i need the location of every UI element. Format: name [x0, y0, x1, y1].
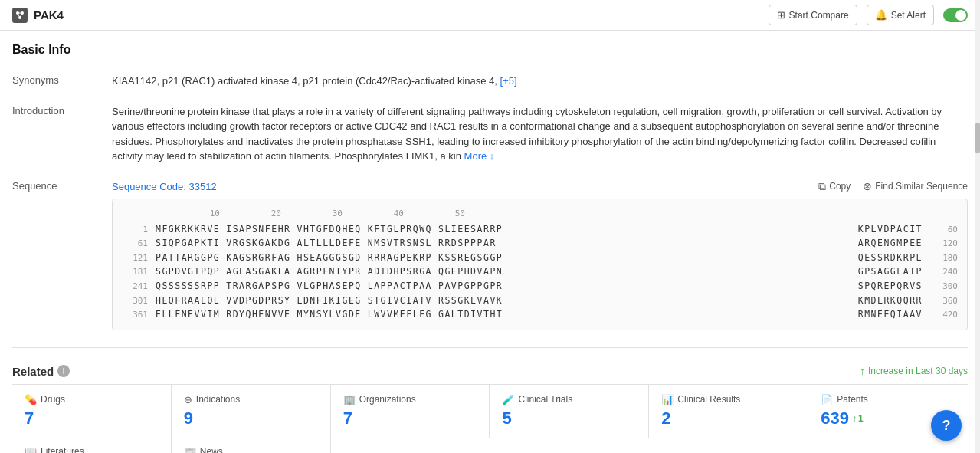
start-compare-label: Start Compare [789, 10, 849, 21]
section-divider [12, 347, 968, 348]
main-content: Basic Info Synonyms KIAA1142, p21 (RAC1)… [0, 31, 980, 453]
page-scrollbar[interactable] [975, 0, 980, 453]
stat-count: 7 [25, 409, 159, 428]
stat-label-text: Organizations [359, 394, 416, 405]
header: PAK4 ⊞ Start Compare 🔔 Set Alert [0, 0, 980, 31]
copy-button[interactable]: ⧉ Copy [818, 180, 851, 193]
stat-item[interactable]: 🏢Organizations7 [331, 385, 490, 438]
introduction-text: Serine/threonine protein kinase that pla… [112, 106, 942, 162]
stat-label-text: Clinical Results [677, 394, 740, 405]
stat-label: 🧪Clinical Trials [502, 394, 636, 405]
stat-count: 9 [184, 409, 318, 428]
help-icon: ? [942, 418, 951, 434]
stat-count: 7 [343, 409, 477, 428]
stat-label: 📖Literatures [25, 446, 159, 453]
sequence-label: Sequence [12, 179, 112, 192]
stat-label: 📄Patents [821, 394, 955, 405]
stat-label-text: News [200, 446, 223, 453]
copy-icon: ⧉ [818, 180, 826, 193]
arrow-up-icon: ↑ [860, 365, 865, 377]
sequence-box[interactable]: 10203040501MFGKRKKRVEISAPSNFEHRVHTGFDQHE… [112, 199, 968, 330]
pill-icon: 💊 [25, 394, 37, 405]
info-icon[interactable]: i [57, 365, 70, 377]
stats-grid: 💊Drugs7⊕Indications9🏢Organizations7🧪Clin… [12, 384, 968, 438]
more-link[interactable]: More ↓ [464, 150, 495, 162]
sequence-line: 121PATTARGGPGKAGSRGRFAGHSEAGGGSGDRRRAGPE… [122, 251, 958, 265]
synonyms-label: Synonyms [12, 74, 112, 86]
start-compare-button[interactable]: ⊞ Start Compare [769, 5, 857, 25]
stats-grid-row2: 📖Literatures461📰News2 [12, 438, 968, 453]
introduction-label: Introduction [12, 104, 112, 117]
lit-icon: 📖 [25, 446, 37, 453]
stat-label-text: Indications [196, 394, 240, 405]
stat-increase: ↑ 1 [852, 413, 864, 424]
help-fab-button[interactable]: ? [931, 410, 962, 441]
sequence-line: 241QSSSSSSRPPTRARGAPSPGVLGPHASEPQLAPPACT… [122, 279, 958, 294]
alert-toggle[interactable] [943, 8, 968, 22]
sequence-code: Sequence Code: 33512 [112, 179, 217, 195]
stat-label: 📊Clinical Results [661, 394, 795, 405]
find-similar-label: Find Similar Sequence [875, 181, 968, 192]
set-alert-label: Set Alert [891, 10, 926, 21]
sequence-line: 301HEQFRAALQLVVDPGDPRSYLDNFIKIGEGSTGIVCI… [122, 294, 958, 308]
stat-count: 5 [502, 409, 636, 428]
sequence-actions: ⧉ Copy ⊛ Find Similar Sequence [818, 180, 968, 193]
stat-item-row2[interactable]: 📖Literatures461 [12, 438, 172, 453]
news-icon: 📰 [184, 446, 196, 453]
stat-label: 📰News [184, 446, 318, 453]
up-arrow-icon: ↑ [852, 413, 857, 424]
stat-item[interactable]: 📊Clinical Results2 [649, 385, 808, 438]
stat-label-text: Patents [837, 394, 868, 405]
stat-item[interactable]: 🧪Clinical Trials5 [490, 385, 649, 438]
increase-label: Increase in Last 30 days [868, 366, 968, 376]
introduction-value: Serine/threonine protein kinase that pla… [112, 104, 968, 164]
result-icon: 📊 [661, 394, 674, 405]
set-alert-button[interactable]: 🔔 Set Alert [867, 5, 934, 25]
sequence-line: 361ELLFNEVVIMRDYQHENVVEMYNSYLVGDELWVVMEF… [122, 307, 958, 322]
org-icon: 🏢 [343, 394, 356, 405]
basic-info-title: Basic Info [12, 31, 968, 66]
sequence-header: Sequence Code: 33512 ⧉ Copy ⊛ Find Simil… [112, 179, 968, 195]
stat-count: 2 [661, 409, 795, 428]
stat-item-row2[interactable]: 📰News2 [172, 438, 331, 453]
stat-label-text: Clinical Trials [518, 394, 572, 405]
copy-label: Copy [829, 181, 851, 192]
sequence-line: 181SGPDVGTPQPAGLASGAKLAAGRPFNTYPRADTDHPS… [122, 264, 958, 279]
stat-item[interactable]: 💊Drugs7 [12, 385, 172, 438]
indication-icon: ⊕ [184, 394, 192, 405]
introduction-row: Introduction Serine/threonine protein ki… [12, 97, 968, 172]
scrollbar-thumb[interactable] [975, 123, 980, 153]
synonyms-row: Synonyms KIAA1142, p21 (RAC1) activated … [12, 66, 968, 97]
find-similar-icon: ⊛ [863, 180, 872, 192]
alert-icon: 🔔 [875, 9, 887, 21]
increase-badge: ↑ Increase in Last 30 days [860, 365, 968, 377]
stat-label: ⊕Indications [184, 394, 318, 405]
find-similar-button[interactable]: ⊛ Find Similar Sequence [863, 180, 968, 192]
sequence-value: Sequence Code: 33512 ⧉ Copy ⊛ Find Simil… [112, 179, 968, 330]
patent-icon: 📄 [821, 394, 833, 405]
synonyms-value: KIAA1142, p21 (RAC1) activated kinase 4,… [112, 74, 968, 89]
sequence-line: 61SIQPGAPKTIVRGSKGAKDGALTLLLDEFENMSVTRSN… [122, 236, 958, 251]
header-left: PAK4 [12, 8, 64, 23]
stat-label: 🏢Organizations [343, 394, 477, 405]
app-logo [12, 8, 28, 23]
page-title: PAK4 [34, 8, 64, 21]
stat-item[interactable]: ⊕Indications9 [172, 385, 331, 438]
related-header: Related i ↑ Increase in Last 30 days [12, 357, 968, 384]
compare-icon: ⊞ [777, 9, 785, 21]
synonyms-text: KIAA1142, p21 (RAC1) activated kinase 4,… [112, 75, 497, 87]
related-label: Related [12, 365, 54, 378]
stat-label-text: Literatures [41, 446, 84, 453]
sequence-row: Sequence Sequence Code: 33512 ⧉ Copy ⊛ F… [12, 172, 968, 338]
synonyms-more-link[interactable]: [+5] [500, 75, 517, 87]
stat-label: 💊Drugs [25, 394, 159, 405]
sequence-line: 1MFGKRKKRVEISAPSNFEHRVHTGFDQHEQKFTGLPRQW… [122, 222, 958, 237]
trial-icon: 🧪 [502, 394, 514, 405]
stat-label-text: Drugs [41, 394, 65, 405]
header-actions: ⊞ Start Compare 🔔 Set Alert [769, 5, 968, 25]
related-title: Related i [12, 365, 70, 378]
